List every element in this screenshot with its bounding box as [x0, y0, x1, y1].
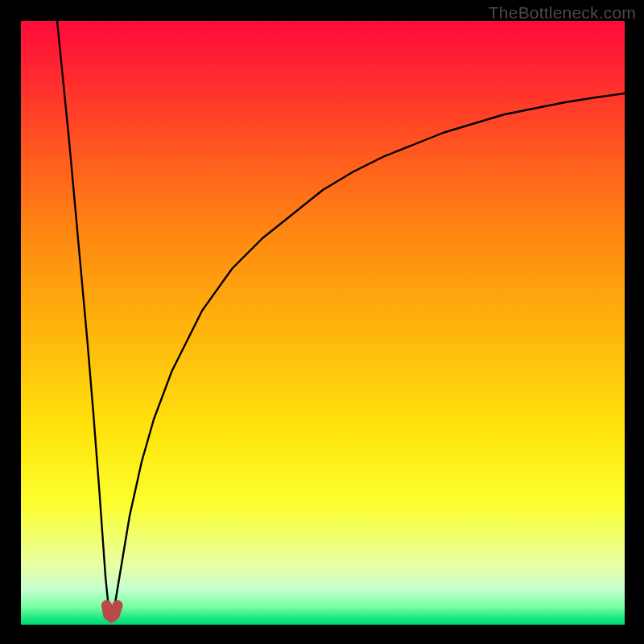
- chart-canvas: [21, 21, 625, 625]
- watermark-text: TheBottleneck.com: [489, 3, 636, 23]
- minimum-marker: [107, 605, 118, 617]
- series-bottleneck-right: [112, 93, 625, 616]
- series-bottleneck-left: [57, 21, 112, 616]
- plot-area: [21, 21, 625, 625]
- chart-frame: TheBottleneck.com: [0, 0, 644, 644]
